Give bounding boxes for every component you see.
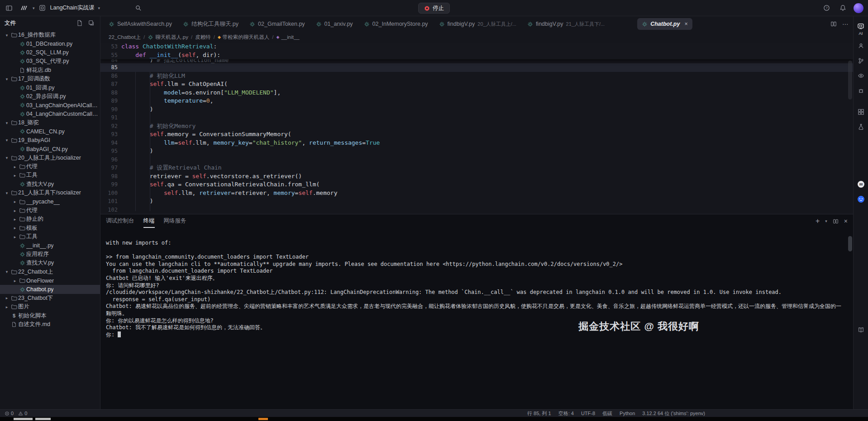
tree-item-19_BabyAGI[interactable]: ▾19_BabyAGI — [0, 136, 100, 145]
close-panel-icon[interactable]: × — [844, 218, 848, 225]
editor-tab-findbigV.py[interactable]: findbigV.py20_人脉工具上/... — [434, 18, 521, 30]
panel-tab-网络服务[interactable]: 网络服务 — [164, 214, 186, 228]
sidebar-toggle-icon[interactable] — [4, 3, 14, 14]
tree-item-静止的[interactable]: ▸静止的 — [0, 215, 100, 223]
ai-assistant-button[interactable]: AI — [857, 23, 864, 36]
tree-item-图片[interactable]: ▸图片 — [0, 303, 100, 311]
editor-tab-结构化工具聊天.py[interactable]: 结构化工具聊天.py — [178, 18, 243, 30]
editor-tab-01_arxiv.py[interactable]: 01_arxiv.py — [311, 18, 358, 30]
terminal-output[interactable]: with new imports of: >> from langchain_c… — [100, 228, 853, 338]
tree-item-Chatbot.py[interactable]: Chatbot.py — [0, 285, 100, 293]
tree-item-__pycache__[interactable]: ▸__pycache__ — [0, 197, 100, 206]
badge-88-icon[interactable]: 88 — [855, 179, 866, 189]
tree-item-04_LangChainCustomCallback....[interactable]: 04_LangChainCustomCallback.... — [0, 110, 100, 118]
breadcrumb-item[interactable]: 聊天机器人.py — [148, 34, 188, 41]
status-indentation[interactable]: 空格: 4 — [558, 410, 574, 417]
folder-icon — [10, 155, 18, 161]
new-terminal-icon[interactable]: + — [816, 217, 820, 225]
tree-item-CAMEL_CN.py[interactable]: CAMEL_CN.py — [0, 127, 100, 136]
tree-item-01_DBCreation.py[interactable]: 01_DBCreation.py — [0, 39, 100, 48]
person-icon[interactable] — [855, 40, 866, 51]
breadcrumb: 22_Chatbot上/聊天机器人.py/皮赖特/◆带检索的聊天机器人/◈__i… — [100, 32, 853, 43]
tree-item-鲜花店.db[interactable]: 鲜花店.db — [0, 66, 100, 75]
warning-count[interactable]: 0 — [18, 411, 27, 416]
editor-tab-02_InMemoryStore.py[interactable]: 02_InMemoryStore.py — [359, 18, 433, 30]
editor-tab-02_GmailToken.py[interactable]: 02_GmailToken.py — [245, 18, 310, 30]
blue-face-icon[interactable] — [855, 194, 866, 204]
status-eco-mode[interactable]: 低碳 — [602, 410, 612, 417]
stop-button[interactable]: 停止 — [418, 3, 450, 14]
logo-menu-chevron-icon[interactable]: ▾ — [33, 6, 35, 10]
tree-item-label: CAMEL_CN.py — [26, 128, 65, 135]
error-count[interactable]: 0 — [5, 411, 14, 416]
tree-item-03_LangChainOpenAICallback....[interactable]: 03_LangChainOpenAICallback.... — [0, 101, 100, 109]
tree-item-代理[interactable]: ▸代理 — [0, 162, 100, 171]
tree-item-工具[interactable]: ▸工具 — [0, 171, 100, 180]
tree-item-代理[interactable]: ▸代理 — [0, 206, 100, 215]
terminal-dropdown-icon[interactable]: ▾ — [825, 219, 827, 223]
flask-icon[interactable] — [855, 121, 866, 132]
tree-item-__init__.py[interactable]: __init__.py — [0, 241, 100, 250]
collapse-folders-icon[interactable] — [87, 19, 95, 27]
tree-item-初始化脚本[interactable]: $初始化脚本 — [0, 312, 100, 320]
editor-scrollbar[interactable] — [848, 61, 852, 99]
panel-tab-调试控制台[interactable]: 调试控制台 — [106, 214, 134, 228]
editor-tab-SelfAskwithSearch.py[interactable]: SelfAskwithSearch.py — [104, 18, 176, 30]
tree-item-20_人脉工具上/socializer[interactable]: ▾20_人脉工具上/socializer — [0, 153, 100, 162]
app-logo-icon[interactable] — [18, 3, 29, 14]
status-cursor-position[interactable]: 行 85, 列 1 — [527, 410, 551, 417]
error-icon — [5, 411, 10, 416]
tree-item-查找大V.py[interactable]: 查找大V.py — [0, 180, 100, 189]
help-icon[interactable]: ? — [821, 3, 832, 14]
split-terminal-icon[interactable] — [833, 218, 839, 224]
tree-item-21_人脉工具下/socializer[interactable]: ▾21_人脉工具下/socializer — [0, 189, 100, 197]
panel-tab-终端[interactable]: 终端 — [143, 214, 155, 228]
tree-item-查找大V.py[interactable]: 查找大V.py — [0, 259, 100, 267]
breadcrumb-item[interactable]: ◆带检索的聊天机器人 — [218, 34, 269, 41]
tree-item-16_操作数据库[interactable]: ▾16_操作数据库 — [0, 31, 100, 39]
breadcrumb-item[interactable]: ◈__init__ — [277, 34, 300, 40]
tree-item-02_异步回调.py[interactable]: 02_异步回调.py — [0, 92, 100, 101]
code-line-95: 95 ) — [100, 147, 853, 156]
tree-item-自述文件.md[interactable]: 自述文件.md — [0, 320, 100, 329]
search-icon[interactable] — [133, 3, 143, 14]
code-line-92: 92 # 初始化Memory — [100, 122, 853, 131]
editor-tab-findbigV.py[interactable]: findbigV.py21_人脉工具下/... — [523, 18, 609, 30]
tree-item-工具[interactable]: ▸工具 — [0, 232, 100, 241]
tree-item-01_回调.py[interactable]: 01_回调.py — [0, 83, 100, 92]
branch-icon[interactable] — [855, 55, 866, 66]
bell-icon[interactable] — [837, 3, 848, 14]
tree-item-22_Chatbot上[interactable]: ▾22_Chatbot上 — [0, 268, 100, 276]
bug-icon[interactable] — [855, 85, 866, 96]
split-editor-icon[interactable] — [830, 21, 837, 27]
workspace-chevron-icon[interactable]: ▾ — [98, 6, 100, 10]
open-file-icon[interactable] — [76, 19, 84, 27]
tree-item-模板[interactable]: ▸模板 — [0, 224, 100, 232]
grid-icon[interactable] — [855, 106, 866, 117]
status-python-interpreter[interactable]: 3.12.2 64 位 ('shims': pyenv) — [642, 410, 705, 417]
book-icon[interactable] — [855, 324, 866, 335]
line-number: 88 — [100, 89, 118, 97]
user-avatar[interactable] — [854, 3, 863, 13]
warning-icon — [18, 411, 23, 416]
status-encoding[interactable]: UTF-8 — [581, 411, 595, 416]
eye-icon[interactable] — [855, 70, 866, 81]
tab-close-icon[interactable]: × — [684, 21, 687, 27]
status-language-mode[interactable]: Python — [620, 411, 635, 416]
tree-item-17_回调函数[interactable]: ▾17_回调函数 — [0, 75, 100, 83]
tree-item-23_Chatbot下[interactable]: ▸23_Chatbot下 — [0, 294, 100, 303]
code-line-102: 102 — [100, 206, 853, 214]
tree-item-应用程序[interactable]: 应用程序 — [0, 250, 100, 259]
terminal-scrollbar[interactable] — [848, 236, 852, 251]
breadcrumb-item[interactable]: 皮赖特 — [195, 34, 211, 41]
breadcrumb-item[interactable]: 22_Chatbot上 — [109, 34, 141, 41]
code-editor[interactable]: 53class ChatbotWithRetrieval:55 def __in… — [100, 43, 853, 214]
tree-item-OneFlower[interactable]: ▸OneFlower — [0, 276, 100, 285]
more-actions-icon[interactable]: ⋯ — [842, 20, 849, 28]
workspace-name[interactable]: LangChain实战课 — [50, 4, 95, 12]
tree-item-02_SQL_LLM.py[interactable]: 02_SQL_LLM.py — [0, 48, 100, 57]
tree-item-18_骆驼[interactable]: ▾18_骆驼 — [0, 118, 100, 127]
tree-item-03_SQL_代理.py[interactable]: 03_SQL_代理.py — [0, 57, 100, 66]
tree-item-BabyAGI_CN.py[interactable]: BabyAGI_CN.py — [0, 145, 100, 153]
editor-tab-Chatbot.py[interactable]: Chatbot.py× — [637, 18, 692, 30]
